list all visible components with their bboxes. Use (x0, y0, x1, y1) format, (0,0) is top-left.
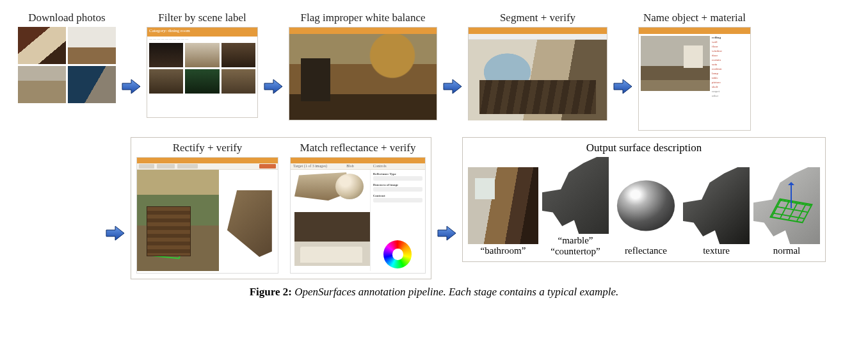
stage-title: Match reflectance + verify (300, 142, 416, 154)
thumb (149, 43, 183, 67)
panel-header (469, 28, 607, 34)
out-img (753, 167, 820, 244)
match-left (291, 170, 370, 271)
wb-panel (289, 27, 437, 120)
panel-header (291, 158, 425, 163)
thumb (185, 43, 219, 67)
output-panel: Output surface description “bathroom” “m… (462, 137, 826, 262)
arrow-icon (437, 224, 457, 242)
output-title: Output surface description (468, 142, 820, 154)
out-img (613, 167, 679, 244)
arrow-icon (263, 78, 284, 95)
arrow-icon (613, 78, 633, 95)
stage-title: Flag improper white balance (301, 12, 426, 24)
thumb (149, 69, 183, 94)
photo-grid (18, 27, 116, 103)
stage-title: Rectify + verify (173, 142, 243, 154)
toolbar (137, 163, 278, 170)
stage-title: Name object + material (643, 12, 746, 24)
out-img (683, 167, 750, 244)
stage-title: Download photos (28, 12, 105, 24)
out-reflectance: reflectance (613, 167, 679, 256)
thumb (221, 69, 255, 94)
figure-caption: Figure 2: OpenSurfaces annotation pipeli… (18, 286, 850, 299)
stage-whitebalance: Flag improper white balance (289, 12, 437, 120)
thumb (68, 27, 116, 64)
match-controls: Reflectance Type Doneness of image Contr… (370, 170, 425, 271)
out-bathroom: “bathroom” (468, 167, 538, 256)
stage-rectify: Rectify + verify (136, 142, 278, 274)
panel-header (137, 158, 278, 163)
match-blob (335, 174, 364, 199)
pipeline-row-2: Rectify + verify Match reflectance + ver… (18, 137, 850, 279)
stage-match: Match reflectance + verify Target (1 of … (290, 142, 426, 274)
stage-download: Download photos (18, 12, 116, 103)
stage-filter: Filter by scene label Category: dining r… (147, 12, 258, 118)
arrow-icon (121, 78, 141, 95)
match-panel: Target (1 of 3 images) Blob Controls Ref… (290, 157, 426, 274)
name-list: ceiling wall floor window door curtain s… (712, 36, 748, 128)
panel-header (289, 28, 437, 34)
filter-grid (147, 41, 257, 95)
seg-panel (468, 27, 607, 120)
arrow-icon (105, 224, 125, 242)
toolbar (469, 34, 607, 40)
wb-photo (289, 34, 437, 120)
rect-photo (137, 170, 219, 271)
thumb (18, 27, 66, 64)
stage-title: Segment + verify (500, 12, 575, 24)
thumb (221, 43, 255, 67)
rect-output (219, 170, 278, 271)
pipeline-row-1: Download photos Filter by scene label Ca… (18, 12, 850, 131)
stage-name: Name object + material ceiling wall floo… (638, 12, 751, 131)
out-normal: normal (753, 167, 820, 256)
name-panel: ceiling wall floor window door curtain s… (638, 27, 751, 131)
stage-segment: Segment + verify (468, 12, 607, 120)
panel-subtext: — — — — — — — — — — (147, 37, 257, 41)
out-img (542, 157, 609, 234)
filter-panel: Category: dining room — — — — — — — — — … (147, 27, 258, 118)
thumb (185, 69, 219, 94)
rect-panel (136, 157, 278, 274)
thumb (68, 66, 116, 103)
normal-arrow-icon (791, 183, 792, 208)
match-cols: Target (1 of 3 images) Blob Controls (291, 163, 425, 170)
color-wheel-icon (383, 240, 412, 268)
out-texture: texture (683, 167, 750, 256)
match-context (294, 212, 370, 266)
rectify-match-panel: Rectify + verify Match reflectance + ver… (131, 137, 431, 279)
name-photo (641, 36, 710, 91)
out-marble: “marble” “countertop” (542, 157, 609, 256)
out-img (468, 167, 538, 244)
out-label: “marble” “countertop” (551, 235, 600, 256)
stage-title: Filter by scene label (158, 12, 246, 24)
arrow-icon (442, 78, 463, 95)
panel-header (639, 28, 750, 34)
panel-header: Category: dining room (147, 28, 257, 37)
seg-photo (469, 40, 607, 120)
thumb (18, 66, 66, 103)
